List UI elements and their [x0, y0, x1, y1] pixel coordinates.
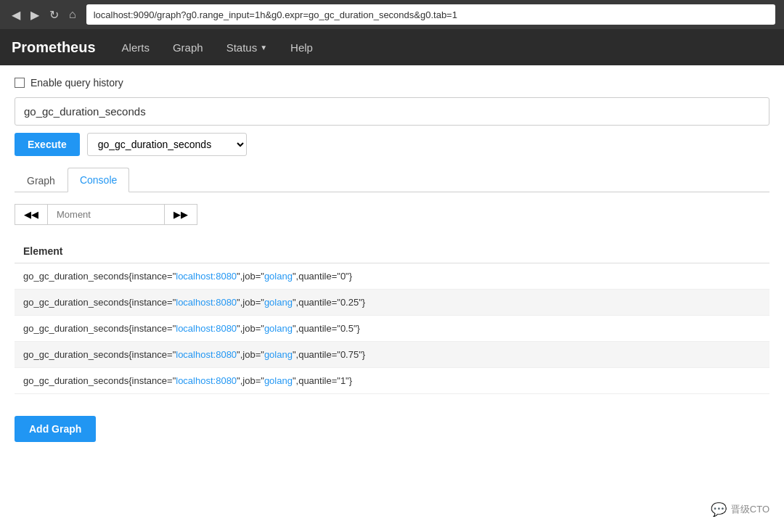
address-bar[interactable] — [86, 4, 775, 25]
add-graph-button[interactable]: Add Graph — [15, 416, 96, 442]
highlight-instance: localhost:8080 — [176, 323, 237, 334]
table-header-element: Element — [15, 240, 769, 263]
table-row: go_gc_duration_seconds{instance="localho… — [15, 342, 769, 368]
table-cell-element: go_gc_duration_seconds{instance="localho… — [15, 290, 769, 316]
moment-input[interactable] — [48, 204, 164, 225]
query-history-label: Enable query history — [30, 77, 123, 89]
highlight-job: golang — [264, 375, 293, 386]
table-row: go_gc_duration_seconds{instance="localho… — [15, 316, 769, 342]
time-prev-button[interactable]: ◀◀ — [15, 204, 48, 225]
highlight-instance: localhost:8080 — [176, 297, 237, 308]
status-dropdown-arrow: ▼ — [260, 44, 267, 52]
query-history-checkbox[interactable] — [15, 78, 25, 88]
refresh-button[interactable]: ↻ — [46, 7, 62, 23]
query-input[interactable] — [15, 97, 769, 126]
table-row: go_gc_duration_seconds{instance="localho… — [15, 368, 769, 394]
highlight-instance: localhost:8080 — [176, 271, 237, 282]
back-button[interactable]: ◀ — [9, 7, 23, 23]
home-button[interactable]: ⌂ — [66, 7, 79, 22]
execute-row: Execute go_gc_duration_seconds — [15, 133, 769, 156]
nav-controls: ◀ ▶ ↻ ⌂ — [9, 7, 79, 23]
table-row: go_gc_duration_seconds{instance="localho… — [15, 263, 769, 290]
metric-select[interactable]: go_gc_duration_seconds — [87, 133, 247, 156]
nav-status[interactable]: Status ▼ — [222, 38, 271, 57]
highlight-instance: localhost:8080 — [176, 349, 237, 360]
highlight-job: golang — [264, 271, 293, 282]
time-controls: ◀◀ ▶▶ — [15, 204, 769, 225]
query-history-row: Enable query history — [15, 77, 769, 89]
nav-graph[interactable]: Graph — [168, 38, 208, 57]
table-row: go_gc_duration_seconds{instance="localho… — [15, 290, 769, 316]
tab-graph[interactable]: Graph — [15, 168, 68, 192]
highlight-job: golang — [264, 297, 293, 308]
time-next-button[interactable]: ▶▶ — [164, 204, 197, 225]
highlight-job: golang — [264, 323, 293, 334]
execute-button[interactable]: Execute — [15, 133, 80, 156]
main-content: Enable query history Execute go_gc_durat… — [0, 65, 784, 454]
top-nav: Prometheus Alerts Graph Status ▼ Help — [0, 29, 784, 65]
highlight-job: golang — [264, 349, 293, 360]
forward-button[interactable]: ▶ — [28, 7, 42, 23]
table-cell-element: go_gc_duration_seconds{instance="localho… — [15, 368, 769, 394]
tab-console[interactable]: Console — [68, 168, 129, 192]
results-table: Element go_gc_duration_seconds{instance=… — [15, 240, 769, 394]
app-title: Prometheus — [12, 39, 96, 56]
table-cell-element: go_gc_duration_seconds{instance="localho… — [15, 316, 769, 342]
table-cell-element: go_gc_duration_seconds{instance="localho… — [15, 263, 769, 290]
nav-alerts[interactable]: Alerts — [118, 38, 154, 57]
highlight-instance: localhost:8080 — [176, 375, 237, 386]
browser-bar: ◀ ▶ ↻ ⌂ — [0, 0, 784, 29]
table-cell-element: go_gc_duration_seconds{instance="localho… — [15, 342, 769, 368]
tabs-row: Graph Console — [15, 168, 769, 192]
nav-help[interactable]: Help — [286, 38, 317, 57]
